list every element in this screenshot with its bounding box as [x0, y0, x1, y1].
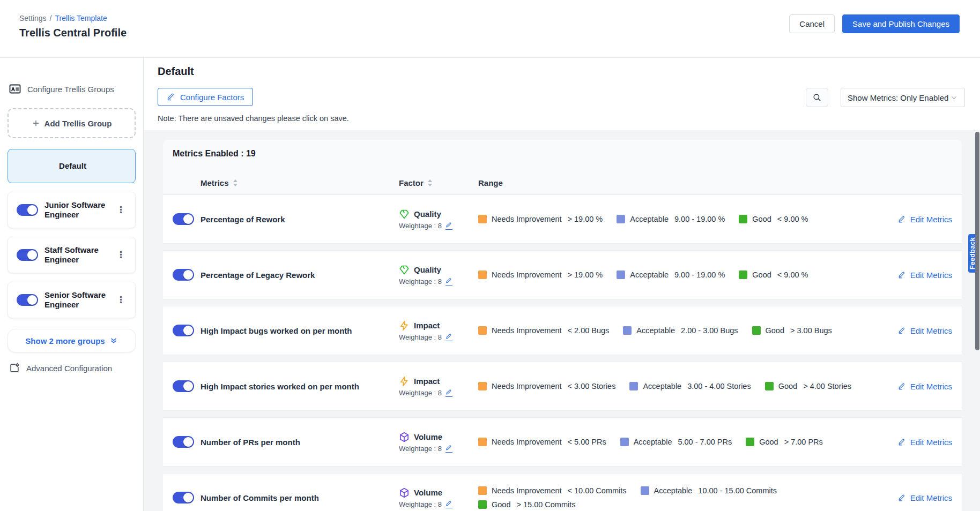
- range-color-swatch: [629, 382, 638, 390]
- configure-factors-button[interactable]: Configure Factors: [158, 88, 253, 106]
- edit-metrics-link[interactable]: Edit Metrics: [898, 438, 952, 447]
- kebab-menu-icon[interactable]: ⋮: [113, 249, 129, 261]
- metric-name: Number of PRs per month: [201, 438, 399, 447]
- weightage-label: Weightage : 8: [399, 500, 442, 508]
- range-label: Acceptable: [630, 270, 669, 279]
- edit-metrics-label: Edit Metrics: [910, 326, 952, 335]
- sort-icon: [428, 179, 432, 186]
- range-chip: Acceptable9.00 - 19.00 %: [617, 270, 725, 279]
- metric-toggle[interactable]: [173, 492, 194, 504]
- range-color-swatch: [746, 438, 754, 446]
- range-cell: Needs Improvement> 19.00 %Acceptable9.00…: [478, 270, 872, 279]
- edit-metrics-link[interactable]: Edit Metrics: [898, 493, 952, 502]
- edit-weightage-icon[interactable]: [446, 500, 452, 508]
- main-content: Default Configure Factors Note: There ar…: [144, 58, 980, 511]
- range-value: 9.00 - 19.00 %: [674, 215, 725, 223]
- save-and-publish-button[interactable]: Save and Publish Changes: [842, 14, 960, 33]
- sidebar-item-default[interactable]: Default: [8, 149, 136, 183]
- weightage-label: Weightage : 8: [399, 222, 442, 230]
- row-separator: [163, 410, 962, 418]
- range-label: Good: [492, 500, 510, 509]
- sidebar-item-junior-software-engineer[interactable]: Junior Software Engineer ⋮: [8, 192, 136, 228]
- range-value: > 3.00 Bugs: [790, 326, 832, 335]
- content-toolbar: Default Configure Factors Note: There ar…: [144, 58, 980, 130]
- sidebar: Configure Trellis Groups Add Trellis Gro…: [0, 58, 144, 511]
- kebab-menu-icon[interactable]: ⋮: [113, 204, 129, 216]
- factor-label: Volume: [414, 488, 442, 497]
- pencil-icon: [898, 271, 906, 279]
- range-cell: Needs Improvement< 3.00 StoriesAcceptabl…: [478, 382, 872, 390]
- search-button[interactable]: [806, 88, 828, 107]
- metric-row: Percentage of Rework Quality Weightage :…: [163, 195, 962, 243]
- group-toggle[interactable]: [17, 204, 38, 216]
- range-chip: Acceptable5.00 - 7.00 PRs: [620, 438, 732, 446]
- range-label: Needs Improvement: [492, 438, 562, 446]
- advanced-configuration-link[interactable]: Advanced Configuration: [8, 362, 136, 374]
- range-value: < 5.00 PRs: [568, 438, 606, 446]
- range-chip: Good> 7.00 PRs: [746, 438, 823, 446]
- edit-metrics-link[interactable]: Edit Metrics: [898, 326, 952, 335]
- group-label: Junior Software Engineer: [44, 200, 107, 220]
- toggle-knob: [183, 270, 193, 280]
- cube-icon: [399, 487, 410, 498]
- kebab-menu-icon[interactable]: ⋮: [113, 294, 129, 306]
- group-toggle[interactable]: [17, 294, 38, 306]
- double-chevron-down-icon: [109, 336, 118, 345]
- edit-weightage-icon[interactable]: [446, 389, 452, 397]
- range-chip: Needs Improvement< 2.00 Bugs: [478, 326, 609, 335]
- vertical-scrollbar-thumb[interactable]: [975, 132, 979, 350]
- range-label: Good: [766, 326, 784, 335]
- edit-weightage-icon[interactable]: [446, 222, 452, 230]
- toggle-knob: [27, 205, 37, 215]
- metric-toggle[interactable]: [173, 213, 194, 225]
- column-header-factor[interactable]: Factor: [399, 178, 478, 187]
- range-label: Good: [752, 215, 771, 223]
- edit-metrics-label: Edit Metrics: [910, 438, 952, 447]
- edit-metrics-link[interactable]: Edit Metrics: [898, 215, 952, 224]
- range-value: < 3.00 Stories: [568, 382, 616, 390]
- toggle-knob: [183, 381, 193, 391]
- metric-toggle[interactable]: [173, 436, 194, 448]
- group-toggle[interactable]: [17, 249, 38, 261]
- factor-cell: Quality Weightage : 8: [399, 209, 478, 230]
- unsaved-changes-note: Note: There are unsaved changes please c…: [158, 114, 349, 123]
- range-color-swatch: [478, 270, 487, 279]
- add-trellis-group-button[interactable]: Add Trellis Group: [8, 108, 136, 138]
- metric-toggle[interactable]: [173, 325, 194, 336]
- sidebar-item-senior-software-engineer[interactable]: Senior Software Engineer ⋮: [8, 282, 136, 318]
- weightage: Weightage : 8: [399, 389, 478, 397]
- range-color-swatch: [478, 486, 487, 495]
- range-label: Needs Improvement: [492, 215, 562, 223]
- range-cell: Needs Improvement< 5.00 PRsAcceptable5.0…: [478, 438, 872, 446]
- breadcrumb-settings[interactable]: Settings: [19, 14, 47, 22]
- sidebar-item-staff-software-engineer[interactable]: Staff Software Engineer ⋮: [8, 237, 136, 273]
- selected-group-title: Default: [158, 65, 194, 78]
- range-label: Acceptable: [636, 326, 675, 335]
- weightage: Weightage : 8: [399, 277, 478, 285]
- edit-weightage-icon[interactable]: [446, 277, 452, 285]
- factor-label: Volume: [414, 432, 442, 441]
- column-header-range: Range: [478, 178, 872, 187]
- edit-weightage-icon[interactable]: [446, 333, 452, 341]
- column-header-metrics[interactable]: Metrics: [201, 178, 399, 187]
- edit-metrics-link[interactable]: Edit Metrics: [898, 382, 952, 391]
- configure-trellis-groups-header: Configure Trellis Groups: [8, 82, 136, 95]
- weightage-label: Weightage : 8: [399, 277, 442, 285]
- metric-toggle[interactable]: [173, 380, 194, 392]
- range-chip: Acceptable9.00 - 19.00 %: [617, 215, 725, 223]
- cancel-button[interactable]: Cancel: [789, 14, 835, 33]
- range-value: 9.00 - 19.00 %: [674, 270, 725, 279]
- factor-label: Quality: [414, 265, 441, 274]
- show-metrics-dropdown[interactable]: Show Metrics: Only Enabled: [841, 88, 965, 107]
- edit-metrics-link[interactable]: Edit Metrics: [898, 270, 952, 280]
- show-more-groups-label: Show 2 more groups: [25, 336, 105, 345]
- breadcrumb-trellis-template[interactable]: Trellis Template: [55, 14, 107, 22]
- metric-toggle[interactable]: [173, 269, 194, 281]
- edit-weightage-icon[interactable]: [446, 445, 452, 453]
- pencil-icon: [167, 93, 175, 101]
- metric-row: Number of PRs per month Volume Weightage…: [163, 418, 962, 466]
- pencil-icon: [898, 382, 906, 390]
- id-card-icon: [9, 82, 21, 95]
- range-chip: Needs Improvement< 10.00 Commits: [478, 486, 627, 495]
- show-more-groups-button[interactable]: Show 2 more groups: [8, 329, 136, 352]
